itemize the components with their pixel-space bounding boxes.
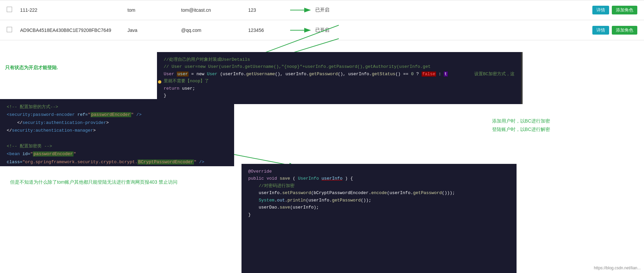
col-password-2: 123456 (248, 28, 288, 33)
checkbox-cell-1[interactable] (7, 7, 20, 13)
col-email-1: tom@itcast.cn (181, 7, 248, 13)
col-email-2: @qq.com (181, 28, 248, 33)
save-line-1: @Override (248, 168, 510, 175)
col-username-1: tom (127, 7, 181, 13)
note-only-enabled: 只有状态为开启才能登陆. (5, 65, 58, 71)
code-line-4: return user; (164, 85, 516, 92)
code-line-5: } (164, 92, 516, 99)
code-line-1: //处理自己的用户对象封装成UserDetails (164, 56, 516, 63)
save-line-6: userDao.save(userInfo); (248, 204, 510, 211)
btn-detail-1[interactable]: 详情 (592, 6, 609, 14)
btn-add-role-2[interactable]: 添加角色 (612, 26, 637, 35)
checkbox-cell-2[interactable] (7, 27, 20, 34)
col-id-1: 111-222 (20, 7, 127, 13)
col-actions-2: 详情 添加角色 (592, 26, 637, 35)
save-line-4: userInfo.setPassword(bCryptPasswordEncod… (248, 189, 510, 196)
code-line-2: // User user=new User(userInfo.getUserna… (164, 63, 516, 70)
note-bc-encrypt: 添加用户时，以BC进行加密 登陆账户时，以BC进行解密 (492, 117, 550, 134)
xml-line-7: <bean id="passwordEncoder" class="org.sp… (7, 150, 227, 166)
table-area: 111-222 tom tom@itcast.cn 123 已开启 详情 添加角… (0, 0, 644, 40)
xml-line-5 (7, 135, 227, 142)
code-block-userdetails: //处理自己的用户对象封装成UserDetails // User user=n… (157, 52, 523, 104)
arrow-1 (288, 7, 315, 13)
code-line-3: User user = new User (userInfo.getUserna… (164, 71, 516, 85)
xml-line-4: </security:authentication-manager> (7, 127, 227, 134)
col-status-1: 已开启 (315, 7, 349, 13)
watermark: https://blog.csdn.net/lian... (594, 266, 641, 270)
checkbox-2[interactable] (7, 27, 12, 32)
table-row: 111-222 tom tom@itcast.cn 123 已开启 详情 添加角… (0, 0, 644, 20)
code-block-save: @Override public void save ( UserInfo us… (241, 164, 517, 273)
save-line-3: //对密码进行加密 (248, 182, 510, 189)
arrow-icon-2 (288, 27, 315, 34)
checkbox-1[interactable] (7, 7, 12, 12)
table-row-2: AD9CBA4518EA430B8C1E79208FBC7649 Java @q… (0, 20, 644, 40)
xml-line-3: </security:authentication-provider> (7, 119, 227, 127)
save-line-2: public void save ( UserInfo userInfo ) { (248, 175, 510, 182)
xml-line-2: <security:password-encoder ref="password… (7, 111, 227, 119)
save-line-7: } (248, 211, 510, 218)
col-password-1: 123 (248, 7, 288, 13)
btn-detail-2[interactable]: 详情 (592, 26, 609, 35)
note-403: 但是不知道为什么除了tom账户其他都只能登陆无法进行查询网页报403 禁止访问 (10, 179, 177, 185)
btn-add-role-1[interactable]: 添加角色 (612, 6, 637, 14)
arrow-icon-1 (288, 7, 315, 13)
save-line-5: System.out.println(userInfo.getPassword(… (248, 197, 510, 204)
yellow-dot (158, 80, 161, 84)
xml-line-1: <!-- 配置加密的方式--> (7, 103, 227, 111)
arrow-2 (288, 27, 315, 34)
xml-line-6: <!-- 配置加密类 --> (7, 142, 227, 150)
col-id-2: AD9CBA4518EA430B8C1E79208FBC7649 (20, 28, 127, 33)
bc-encrypt-line2: 登陆账户时，以BC进行解密 (492, 125, 550, 134)
code-block-xml: <!-- 配置加密的方式--> <security:password-encod… (0, 99, 234, 166)
col-actions-1: 详情 添加角色 (592, 6, 637, 14)
bc-encrypt-line1: 添加用户时，以BC进行加密 (492, 117, 550, 125)
col-username-2: Java (127, 28, 181, 33)
col-status-2: 已开启 (315, 27, 349, 33)
